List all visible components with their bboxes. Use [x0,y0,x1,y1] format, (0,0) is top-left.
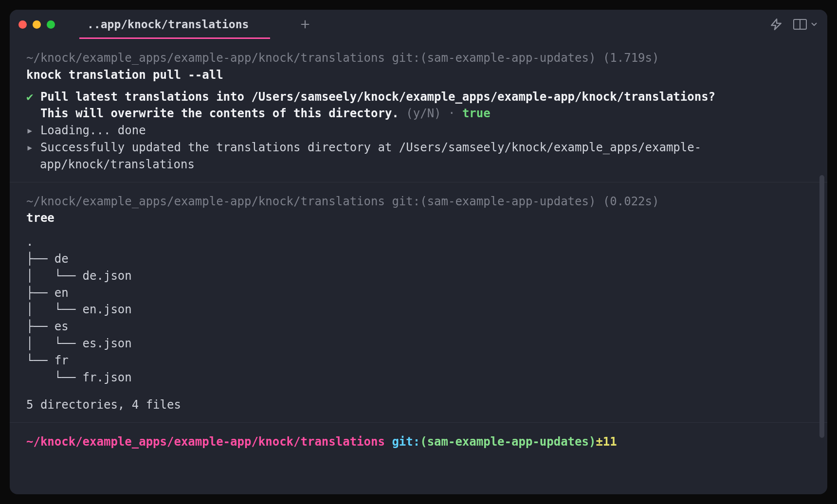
current-prompt-block[interactable]: ~/knock/example_apps/example-app/knock/t… [10,423,827,470]
tree-line: ├── de [26,251,811,268]
git-prefix: git:( [392,51,427,65]
tree-line: │ └── de.json [26,268,811,285]
command-text: tree [26,210,811,227]
command-block-1: ~/knock/example_apps/example-app/knock/t… [10,39,827,182]
tab-title: ..app/knock/translations [87,18,249,31]
split-pane-button[interactable] [793,19,819,30]
titlebar-actions [770,18,819,31]
git-prefix: git:( [392,195,427,208]
paren: ( [420,435,427,449]
git-branch: sam-example-app-updates [427,195,589,208]
output-line: ✔ Pull latest translations into /Users/s… [26,89,811,106]
output-line: ▸ Loading... done [26,122,811,139]
timing: (0.022s) [603,195,659,208]
output-line: ▸ Successfully updated the translations … [26,139,811,173]
terminal-body[interactable]: ~/knock/example_apps/example-app/knock/t… [10,39,827,494]
cwd: ~/knock/example_apps/example-app/knock/t… [26,435,385,449]
traffic-lights [18,20,55,29]
paren: ) [589,435,596,449]
cwd: ~/knock/example_apps/example-app/knock/t… [26,51,385,65]
minimize-window-button[interactable] [33,20,41,29]
prompt-line: ~/knock/example_apps/example-app/knock/t… [26,193,811,210]
check-icon: ✔ [26,90,33,104]
active-tab[interactable]: ..app/knock/translations [74,10,261,39]
tree-line: . [26,234,811,251]
maximize-window-button[interactable] [47,20,55,29]
tree-line: │ └── en.json [26,301,811,318]
new-tab-button[interactable] [295,15,315,34]
git-dirty: ±11 [596,435,617,449]
separator-dot: · [448,107,455,120]
success-text: Successfully updated the translations di… [40,141,701,171]
prompt-line[interactable]: ~/knock/example_apps/example-app/knock/t… [26,433,811,450]
git-suffix: ) [589,51,596,65]
confirm-warning: This will overwrite the contents of this… [40,107,399,120]
confirm-answer: true [462,107,491,120]
terminal-window: ..app/knock/translations ~/knock/example… [10,10,827,494]
cwd: ~/knock/example_apps/example-app/knock/t… [26,195,385,208]
plus-icon [300,19,310,30]
git-branch: sam-example-app-updates [427,51,589,65]
bolt-icon [770,18,782,31]
tree-line: └── fr [26,352,811,369]
command-text: knock translation pull --all [26,67,811,84]
prompt-line: ~/knock/example_apps/example-app/knock/t… [26,50,811,67]
git-suffix: ) [589,195,596,208]
loading-text: Loading... done [40,124,146,137]
git-branch: sam-example-app-updates [427,435,589,449]
command-block-2: ~/knock/example_apps/example-app/knock/t… [10,182,827,423]
ai-command-button[interactable] [770,18,782,31]
scrollbar[interactable] [819,175,824,438]
timing: (1.719s) [603,51,659,65]
output-line: This will overwrite the contents of this… [26,105,811,122]
git-word: git: [392,435,420,449]
tree-line: ├── es [26,318,811,335]
split-pane-icon [793,19,807,30]
svg-marker-2 [771,19,781,30]
tree-line: ├── en [26,285,811,302]
tree-line: │ └── es.json [26,335,811,352]
triangle-icon: ▸ [26,124,33,137]
confirm-question: Pull latest translations into /Users/sam… [40,90,715,104]
tree-summary: 5 directories, 4 files [26,396,811,414]
close-window-button[interactable] [18,20,27,29]
chevron-down-icon [810,20,819,29]
titlebar: ..app/knock/translations [10,10,827,39]
triangle-icon: ▸ [26,141,33,154]
yn-hint: (y/N) [406,107,441,120]
tree-line: └── fr.json [26,369,811,386]
